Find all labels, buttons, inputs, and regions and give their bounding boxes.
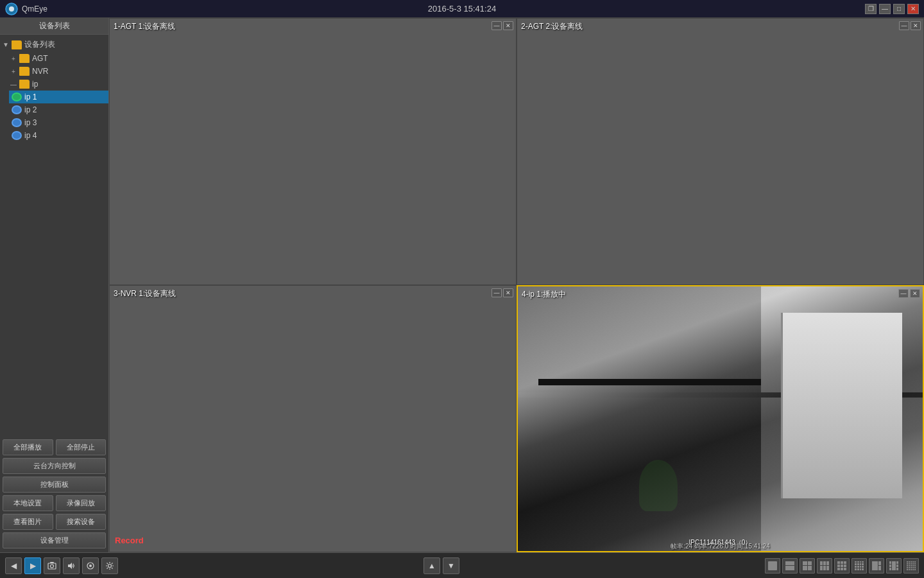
ip1-cam-icon <box>12 92 22 101</box>
toolbar-left: ◀ ▶ <box>5 557 118 574</box>
nav-down-button[interactable]: ▼ <box>443 557 459 574</box>
layout-3x2-button[interactable] <box>817 558 832 574</box>
tree-group-ip-header[interactable]: — ip <box>0 78 108 91</box>
camera-3-controls: — ✕ <box>492 288 513 297</box>
prev-button[interactable]: ◀ <box>5 557 22 574</box>
camera-2-minimize-btn[interactable]: — <box>899 21 909 30</box>
tree-group-agt-header[interactable]: + AGT <box>0 52 108 65</box>
agt-toggle: + <box>10 55 17 62</box>
settings-toolbar-button[interactable] <box>101 557 118 574</box>
nvr-toggle: + <box>10 68 17 75</box>
bottom-toolbar: ◀ ▶ <box>0 552 924 578</box>
layout-4x4-button[interactable] <box>851 558 867 574</box>
close-button[interactable]: ✕ <box>907 4 919 14</box>
device-mgmt-button[interactable]: 设备管理 <box>3 532 106 548</box>
record-icon <box>86 561 95 570</box>
svg-point-8 <box>108 564 112 567</box>
layout-2x2-icon <box>803 561 812 570</box>
layout-custom2-button[interactable] <box>886 558 902 574</box>
layout-3x3-icon <box>837 561 846 570</box>
snapshot-button[interactable] <box>44 557 60 574</box>
playback-button[interactable]: 录像回放 <box>56 495 107 511</box>
titlebar-datetime: 2016-5-3 15:41:24 <box>428 4 496 13</box>
camera-2-close-btn[interactable]: ✕ <box>911 21 921 30</box>
layout-1x1-button[interactable] <box>765 558 780 574</box>
ip-toggle: — <box>10 81 17 88</box>
stop-all-button[interactable]: 全部停止 <box>56 439 107 455</box>
play-button[interactable]: ▶ <box>24 557 41 574</box>
feed-strut <box>538 379 761 385</box>
audio-icon <box>67 561 76 570</box>
camera-4-minimize-btn[interactable]: — <box>898 289 909 298</box>
layout-custom2-icon <box>889 561 898 570</box>
local-settings-button[interactable]: 本地设置 <box>3 495 53 511</box>
camera-1-controls: — ✕ <box>492 21 513 30</box>
toolbar-center: ▲ ▼ <box>424 557 459 574</box>
playback-controls-row: 全部播放 全部停止 <box>3 439 106 455</box>
play-all-button[interactable]: 全部播放 <box>3 439 53 455</box>
layout-custom1-icon <box>872 561 881 570</box>
tree-group-agt: + AGT <box>0 52 108 65</box>
search-device-button[interactable]: 搜索设备 <box>56 514 107 530</box>
tree-root[interactable]: ▼ 设备列表 <box>0 37 108 52</box>
titlebar: QmEye 2016-5-3 15:41:24 ❐ — □ ✕ <box>0 0 924 18</box>
toolbar-right <box>765 558 919 574</box>
ip4-cam-icon <box>12 131 22 140</box>
tree-item-ip1[interactable]: ip 1 <box>9 91 108 103</box>
ptz-control-button[interactable]: 云台方向控制 <box>3 458 106 474</box>
camera-cell-3[interactable]: 3-NVR 1:设备离线 — ✕ Record <box>109 285 517 552</box>
camera-1-close-btn[interactable]: ✕ <box>503 21 513 30</box>
tree-item-ip4[interactable]: ip 4 <box>9 129 108 142</box>
camera-3-label: 3-NVR 1:设备离线 <box>114 288 176 299</box>
layout-custom3-button[interactable] <box>903 558 919 574</box>
settings-icon <box>105 561 114 570</box>
tree-item-ip2[interactable]: ip 2 <box>9 103 108 116</box>
camera-3-close-btn[interactable]: ✕ <box>503 288 513 297</box>
titlebar-left: QmEye <box>5 3 47 15</box>
layout-1x2h-button[interactable] <box>782 558 798 574</box>
camera-4-close-btn[interactable]: ✕ <box>910 289 920 298</box>
camera-1-minimize-btn[interactable]: — <box>492 21 502 30</box>
restore-button[interactable]: ❐ <box>865 4 877 14</box>
layout-custom1-button[interactable] <box>869 558 884 574</box>
camera-cell-1[interactable]: 1-AGT 1:设备离线 — ✕ <box>109 18 517 285</box>
svg-point-3 <box>51 565 54 568</box>
sidebar-buttons: 全部播放 全部停止 云台方向控制 控制面板 本地设置 录像回放 查看图片 搜索设… <box>0 435 108 552</box>
ip2-label: ip 2 <box>24 105 37 114</box>
layout-3x2-icon <box>820 561 829 570</box>
snapshot-icon <box>47 561 56 570</box>
maximize-button[interactable]: □ <box>893 4 905 14</box>
record-label: Record <box>115 536 144 545</box>
camera-cell-2[interactable]: 2-AGT 2:设备离线 — ✕ <box>517 18 924 285</box>
ip-label: ip <box>32 80 38 89</box>
audio-button[interactable] <box>63 557 80 574</box>
camera-4-label: 4-ip 1:播放中 <box>522 289 566 300</box>
minimize-button[interactable]: — <box>879 4 891 14</box>
nav-up-button[interactable]: ▲ <box>424 557 440 574</box>
tree-item-ip3[interactable]: ip 3 <box>9 116 108 129</box>
camera-3-minimize-btn[interactable]: — <box>492 288 502 297</box>
svg-point-7 <box>89 565 92 567</box>
record-toolbar-button[interactable] <box>82 557 99 574</box>
camera-1-label: 1-AGT 1:设备离线 <box>114 21 175 32</box>
tree-group-nvr-header[interactable]: + NVR <box>0 65 108 78</box>
svg-marker-5 <box>68 563 72 569</box>
device-tree: ▼ 设备列表 + AGT + NVR <box>0 35 108 435</box>
nvr-folder-icon <box>19 67 30 76</box>
app-logo-icon <box>5 3 18 15</box>
camera-4-statusbar: 帧率:24 码率:7226.0 时间:15:41:24 <box>671 542 770 551</box>
camera-cell-4[interactable]: 4-ip 1:播放中 — ✕ IPC1114161443（0） 帧率:24 码率… <box>517 285 924 552</box>
tree-group-nvr: + NVR <box>0 65 108 78</box>
app-title: QmEye <box>22 4 47 13</box>
view-images-button[interactable]: 查看图片 <box>3 514 53 530</box>
camera-4-feed: IPC1114161443（0） 帧率:24 码率:7226.0 时间:15:4… <box>518 286 923 551</box>
agt-folder-icon <box>19 54 30 63</box>
layout-2x2-button[interactable] <box>800 558 815 574</box>
camera-grid: 1-AGT 1:设备离线 — ✕ 2-AGT 2:设备离线 — ✕ 3-NVR … <box>109 18 924 552</box>
feed-wall <box>781 313 902 498</box>
layout-1x1-icon <box>768 561 777 570</box>
control-panel-button[interactable]: 控制面板 <box>3 477 106 493</box>
ip-children: ip 1 ip 2 ip 3 ip 4 <box>0 91 108 142</box>
ip-folder-icon <box>19 80 30 89</box>
layout-3x3-button[interactable] <box>834 558 850 574</box>
